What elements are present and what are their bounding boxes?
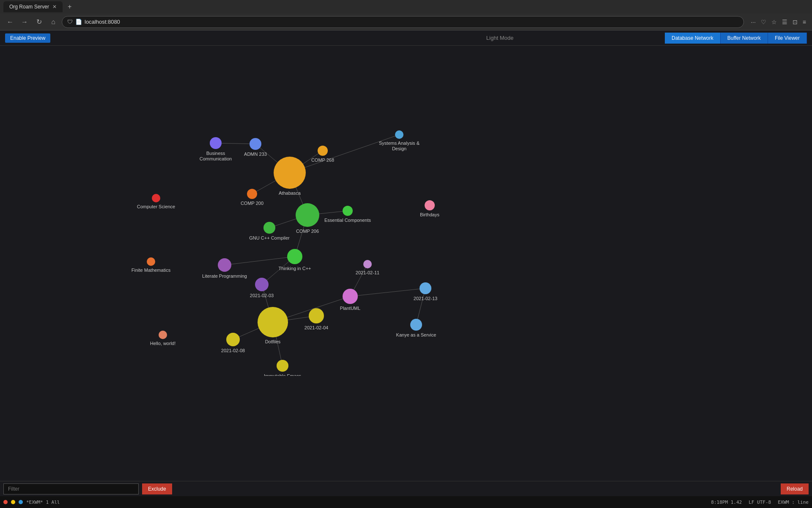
node-circle: [226, 333, 240, 346]
app-bar-left: Enable Preview: [5, 33, 335, 43]
node-circle: [296, 203, 319, 227]
tab-close-icon[interactable]: ✕: [52, 4, 57, 10]
node-circle: [410, 319, 422, 331]
node-label: 2021-02-08: [221, 348, 245, 353]
node-circle: [395, 130, 403, 139]
node-label: Dotfiles: [265, 339, 281, 344]
tab-buffer-network[interactable]: Buffer Network: [721, 33, 768, 44]
app-bar: Enable Preview Light Mode Database Netwo…: [0, 30, 812, 46]
graph-node-finite-math[interactable]: Finite Mathematics: [132, 257, 171, 273]
node-circle: [263, 222, 275, 234]
graph-node-plantuml[interactable]: PlantUML: [340, 289, 360, 311]
graph-node-immutable-emacs[interactable]: Immutable Emacs: [264, 360, 302, 376]
node-label: Kanye as a Service: [396, 332, 436, 337]
node-circle: [318, 146, 328, 156]
graph-node-essential-components[interactable]: Essential Components: [324, 206, 371, 223]
network-graph[interactable]: BusinessCommunicationADMN 233COMP 268Sys…: [0, 46, 812, 376]
graph-node-birthdays[interactable]: Birthdays: [420, 200, 439, 217]
node-label: GNU C++ Compiler: [249, 235, 290, 240]
node-circle: [274, 157, 306, 189]
home-button[interactable]: ⌂: [47, 16, 59, 28]
graph-node-literate-prog[interactable]: Literate Programming: [202, 258, 247, 279]
reload-button[interactable]: Reload: [781, 483, 809, 494]
graph-node-comp268[interactable]: COMP 268: [311, 146, 334, 163]
enable-preview-button[interactable]: Enable Preview: [5, 33, 50, 43]
node-circle: [425, 200, 435, 210]
graph-node-2021-02-04[interactable]: 2021-02-04: [304, 308, 328, 330]
graph-edge: [216, 143, 255, 144]
back-button[interactable]: ←: [4, 16, 16, 28]
node-circle: [343, 289, 358, 304]
graph-edge: [290, 135, 399, 173]
status-encoding: LF UTF-8: [749, 500, 771, 505]
node-circle: [247, 189, 257, 199]
url-display: localhost:8080: [85, 19, 120, 25]
node-label: Birthdays: [420, 212, 439, 217]
address-bar[interactable]: 🛡 📄 localhost:8080: [62, 16, 744, 28]
more-button[interactable]: ···: [749, 17, 757, 27]
exclude-button[interactable]: Exclude: [142, 483, 172, 494]
graph-node-2021-02-03[interactable]: 2021-02-03: [250, 278, 274, 298]
node-circle: [363, 260, 372, 268]
graph-edge: [350, 288, 425, 296]
status-mode: EXWM : line: [778, 500, 809, 505]
graph-node-computer-science[interactable]: Computer Science: [137, 194, 176, 209]
graph-node-athabasca[interactable]: Athabasca: [274, 157, 306, 196]
browser-toolbar: ← → ↻ ⌂ 🛡 📄 localhost:8080 ··· ♡ ☆ ☰ ⊡ ≡: [0, 14, 812, 30]
graph-node-gnu-cpp[interactable]: GNU C++ Compiler: [249, 222, 290, 240]
node-circle: [420, 282, 431, 294]
filter-input[interactable]: [3, 483, 139, 494]
node-label: COMP 200: [241, 201, 263, 206]
node-circle: [258, 307, 288, 337]
node-label: Computer Science: [137, 204, 176, 209]
tab-title: Org Roam Server: [9, 4, 49, 10]
graph-node-2021-02-13[interactable]: 2021-02-13: [414, 282, 437, 301]
page-icon: 📄: [75, 19, 82, 25]
node-circle: [159, 331, 167, 339]
filter-bar: Exclude Reload: [0, 481, 812, 496]
node-label: Systems Analysis &: [379, 141, 420, 146]
tab-file-viewer[interactable]: File Viewer: [768, 33, 807, 44]
star-icon[interactable]: ☆: [770, 17, 779, 27]
node-label: Immutable Emacs: [264, 373, 302, 376]
workspace-label: *EXWM* 1 All: [26, 500, 60, 505]
menu-icon[interactable]: ≡: [801, 17, 808, 27]
app-bar-center: Light Mode: [335, 35, 665, 41]
node-label: 2021-02-13: [414, 296, 437, 301]
new-tab-button[interactable]: +: [66, 1, 73, 12]
node-label: PlantUML: [340, 306, 360, 311]
graph-node-business-communication[interactable]: BusinessCommunication: [200, 137, 232, 161]
graph-node-comp206[interactable]: COMP 206: [296, 203, 319, 234]
graph-node-2021-02-11[interactable]: 2021-02-11: [356, 260, 379, 275]
graph-node-comp200[interactable]: COMP 200: [241, 189, 263, 206]
graph-node-admn233[interactable]: ADMN 233: [244, 138, 267, 157]
graph-node-kanye[interactable]: Kanye as a Service: [396, 319, 436, 337]
security-icon: 🛡: [67, 19, 73, 25]
pocket-icon[interactable]: ♡: [759, 17, 768, 27]
graph-node-thinking-cpp[interactable]: Thinking in C++: [278, 249, 311, 271]
node-circle: [343, 206, 353, 216]
forward-button[interactable]: →: [19, 16, 30, 28]
graph-node-hello-world[interactable]: Hello, world!: [150, 331, 176, 346]
reload-browser-button[interactable]: ↻: [33, 16, 45, 28]
node-label: Finite Mathematics: [132, 268, 171, 273]
reading-list-icon[interactable]: ☰: [780, 17, 789, 27]
node-label: Communication: [200, 156, 232, 161]
node-label: Design: [392, 146, 406, 151]
node-label: Essential Components: [324, 218, 371, 223]
status-right: 8:18PM 1.42 LF UTF-8 EXWM : line: [711, 500, 809, 505]
node-label: Literate Programming: [202, 273, 247, 279]
node-circle: [147, 257, 155, 266]
node-label: Business: [206, 151, 225, 156]
graph-node-dotfiles[interactable]: Dotfiles: [258, 307, 288, 344]
graph-node-systems-analysis[interactable]: Systems Analysis &Design: [379, 130, 420, 151]
browser-tab[interactable]: Org Roam Server ✕: [3, 1, 63, 12]
split-view-icon[interactable]: ⊡: [791, 17, 799, 27]
node-circle: [277, 360, 288, 372]
node-circle: [287, 249, 302, 264]
browser-titlebar: Org Roam Server ✕ +: [0, 0, 812, 14]
node-label: Thinking in C++: [278, 266, 311, 271]
node-circle: [210, 137, 222, 149]
tab-database-network[interactable]: Database Network: [665, 33, 721, 44]
node-label: COMP 206: [296, 229, 319, 234]
